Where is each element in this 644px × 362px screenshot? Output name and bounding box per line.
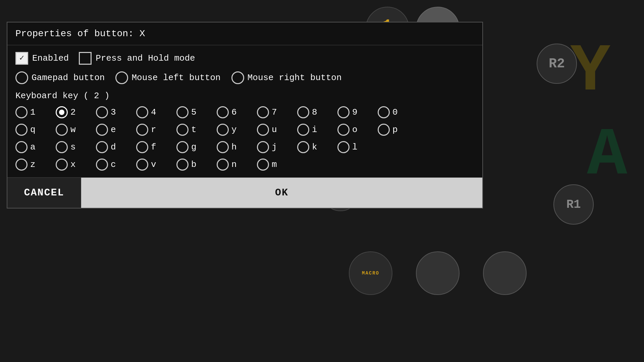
key-radio-f[interactable] <box>136 141 148 153</box>
key-item-h[interactable]: h <box>217 141 257 153</box>
key-item-3[interactable]: 3 <box>96 106 136 118</box>
key-label-1: 1 <box>30 107 40 117</box>
key-item-8[interactable]: 8 <box>297 106 337 118</box>
key-label-i: i <box>312 125 322 135</box>
key-label-b: b <box>191 160 201 170</box>
key-radio-8[interactable] <box>297 106 309 118</box>
key-radio-m[interactable] <box>257 159 269 171</box>
key-item-y[interactable]: y <box>217 124 257 136</box>
key-item-u[interactable]: u <box>257 124 297 136</box>
key-item-p[interactable]: p <box>378 124 418 136</box>
key-item-w[interactable]: w <box>56 124 96 136</box>
bg-y-letter: Y <box>570 34 610 110</box>
key-item-5[interactable]: 5 <box>176 106 217 118</box>
key-item-f[interactable]: f <box>136 141 176 153</box>
key-radio-0[interactable] <box>378 106 390 118</box>
key-item-v[interactable]: v <box>136 159 176 171</box>
key-radio-l[interactable] <box>337 141 350 153</box>
key-radio-7[interactable] <box>257 106 269 118</box>
key-item-9[interactable]: 9 <box>337 106 378 118</box>
key-radio-v[interactable] <box>136 159 148 171</box>
key-label-9: 9 <box>352 107 362 117</box>
ok-button[interactable]: OK <box>81 178 482 208</box>
key-item-4[interactable]: 4 <box>136 106 176 118</box>
key-radio-u[interactable] <box>257 124 269 136</box>
key-item-b[interactable]: b <box>176 159 217 171</box>
radio-mouse-left-circle[interactable] <box>115 71 128 84</box>
radio-mouse-right[interactable]: Mouse right button <box>231 71 342 84</box>
key-radio-i[interactable] <box>297 124 309 136</box>
key-item-m[interactable]: m <box>257 159 297 171</box>
key-item-a[interactable]: a <box>15 141 56 153</box>
key-item-2[interactable]: 2 <box>56 106 96 118</box>
enabled-checkbox[interactable]: ✓ Enabled <box>15 52 69 65</box>
key-row-al: a s d f g <box>15 141 474 153</box>
key-radio-3[interactable] <box>96 106 108 118</box>
press-hold-checkbox[interactable]: Press and Hold mode <box>79 52 195 65</box>
key-label-a: a <box>30 142 40 152</box>
key-label-o: o <box>352 125 362 135</box>
radio-mouse-left[interactable]: Mouse left button <box>115 71 220 84</box>
radio-row: Gamepad button Mouse left button Mouse r… <box>15 71 474 84</box>
key-item-e[interactable]: e <box>96 124 136 136</box>
radio-mouse-right-label: Mouse right button <box>248 73 342 83</box>
key-item-o[interactable]: o <box>337 124 378 136</box>
key-radio-2-inner <box>59 110 64 115</box>
key-radio-k[interactable] <box>297 141 309 153</box>
key-item-s[interactable]: s <box>56 141 96 153</box>
key-item-n[interactable]: n <box>217 159 257 171</box>
key-radio-e[interactable] <box>96 124 108 136</box>
key-radio-t[interactable] <box>176 124 189 136</box>
key-label-5: 5 <box>191 107 201 117</box>
key-label-h: h <box>231 142 241 152</box>
radio-gamepad[interactable]: Gamepad button <box>15 71 105 84</box>
enabled-checkbox-box[interactable]: ✓ <box>15 52 28 65</box>
key-item-r[interactable]: r <box>136 124 176 136</box>
key-radio-d[interactable] <box>96 141 108 153</box>
key-radio-a[interactable] <box>15 141 28 153</box>
key-radio-4[interactable] <box>136 106 148 118</box>
press-hold-checkbox-box[interactable] <box>79 52 92 65</box>
key-item-i[interactable]: i <box>297 124 337 136</box>
key-radio-r[interactable] <box>136 124 148 136</box>
key-radio-b[interactable] <box>176 159 189 171</box>
key-radio-9[interactable] <box>337 106 350 118</box>
key-item-z[interactable]: z <box>15 159 56 171</box>
key-item-t[interactable]: t <box>176 124 217 136</box>
key-radio-s[interactable] <box>56 141 68 153</box>
key-radio-p[interactable] <box>378 124 390 136</box>
key-label-m: m <box>272 160 282 170</box>
key-radio-5[interactable] <box>176 106 189 118</box>
radio-mouse-right-circle[interactable] <box>231 71 244 84</box>
key-item-7[interactable]: 7 <box>257 106 297 118</box>
key-radio-j[interactable] <box>257 141 269 153</box>
key-radio-z[interactable] <box>15 159 28 171</box>
key-item-g[interactable]: g <box>176 141 217 153</box>
key-item-c[interactable]: c <box>96 159 136 171</box>
key-label-n: n <box>231 160 241 170</box>
key-radio-w[interactable] <box>56 124 68 136</box>
key-item-x[interactable]: x <box>56 159 96 171</box>
key-item-q[interactable]: q <box>15 124 56 136</box>
key-radio-y[interactable] <box>217 124 229 136</box>
radio-gamepad-circle[interactable] <box>15 71 28 84</box>
key-radio-q[interactable] <box>15 124 28 136</box>
key-radio-o[interactable] <box>337 124 350 136</box>
key-radio-c[interactable] <box>96 159 108 171</box>
key-radio-2[interactable] <box>56 106 68 118</box>
key-item-6[interactable]: 6 <box>217 106 257 118</box>
cancel-button[interactable]: CANCEL <box>7 178 81 208</box>
key-radio-1[interactable] <box>15 106 28 118</box>
key-row-zm: z x c v b <box>15 159 474 171</box>
key-item-j[interactable]: j <box>257 141 297 153</box>
key-radio-x[interactable] <box>56 159 68 171</box>
key-radio-g[interactable] <box>176 141 189 153</box>
key-item-k[interactable]: k <box>297 141 337 153</box>
key-radio-n[interactable] <box>217 159 229 171</box>
key-item-d[interactable]: d <box>96 141 136 153</box>
key-item-0[interactable]: 0 <box>378 106 418 118</box>
key-radio-6[interactable] <box>217 106 229 118</box>
key-item-l[interactable]: l <box>337 141 378 153</box>
key-radio-h[interactable] <box>217 141 229 153</box>
key-item-1[interactable]: 1 <box>15 106 56 118</box>
